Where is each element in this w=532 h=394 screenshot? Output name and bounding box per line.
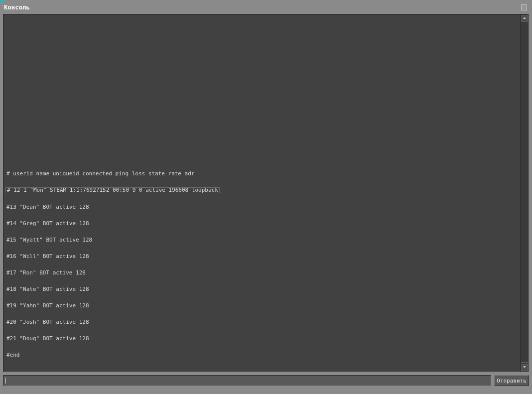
console-input[interactable] (3, 375, 491, 386)
console-line: #20 "Josh" BOT active 128 (6, 319, 517, 325)
highlight-box: # 12 1 "Mon" STEAM_1:1:76927152 00:50 9 … (5, 187, 220, 193)
console-line: #13 "Dean" BOT active 128 (6, 204, 517, 210)
window-title: Консоль (4, 4, 30, 11)
console-lines: # userid name uniqueid connected ping lo… (6, 160, 517, 369)
console-line: #18 "Nate" BOT active 128 (6, 286, 517, 292)
text-caret (5, 378, 6, 384)
send-button[interactable]: Отправить (494, 375, 529, 386)
console-output-panel: # userid name uniqueid connected ping lo… (3, 14, 529, 372)
scroll-track[interactable] (521, 22, 529, 364)
scrollbar[interactable] (520, 14, 529, 372)
console-line: #end (6, 352, 517, 358)
accent-strip (0, 0, 4, 1)
scroll-up-icon[interactable] (521, 15, 528, 22)
close-icon[interactable] (521, 4, 527, 10)
console-line: #19 "Yahn" BOT active 128 (6, 303, 517, 308)
console-window: Консоль # userid name uniqueid connected… (0, 0, 532, 394)
console-line: # userid name uniqueid connected ping lo… (6, 171, 517, 176)
console-line: #16 "Will" BOT active 128 (6, 254, 517, 259)
console-line: #14 "Greg" BOT active 128 (6, 221, 517, 226)
console-output: # userid name uniqueid connected ping lo… (3, 14, 520, 372)
titlebar: Консоль (3, 3, 529, 14)
input-row: Отправить (3, 375, 529, 386)
console-line: #21 "Doug" BOT active 128 (6, 336, 517, 341)
scroll-down-icon[interactable] (521, 364, 528, 371)
console-line: #17 "Ron" BOT active 128 (6, 270, 517, 275)
console-line-highlighted: # 12 1 "Mon" STEAM_1:1:76927152 00:50 9 … (6, 187, 517, 193)
scroll-thumb[interactable] (521, 362, 528, 363)
console-line: #15 "Wyatt" BOT active 128 (6, 237, 517, 243)
